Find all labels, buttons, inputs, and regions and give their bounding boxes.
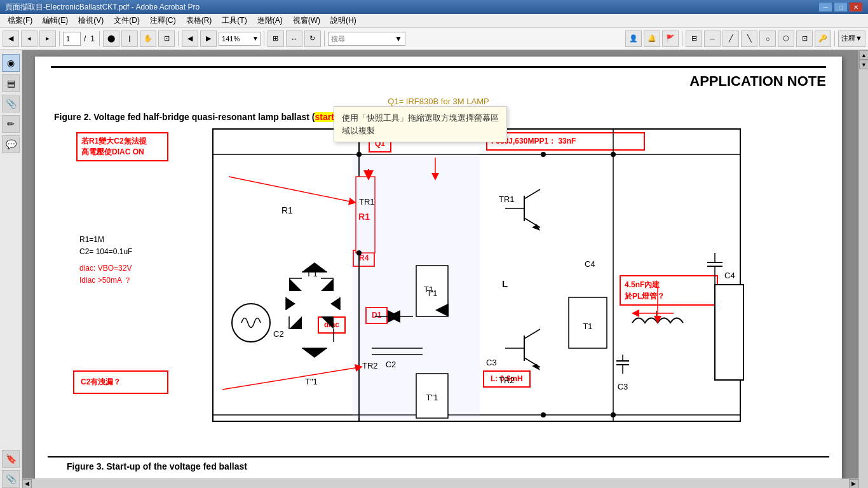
scrollbar-right[interactable]: ▲ ▼ bbox=[858, 50, 868, 488]
stamp-tool[interactable]: 👤 bbox=[625, 30, 642, 47]
fit-page[interactable]: ⊞ bbox=[268, 30, 284, 47]
svg-line-74 bbox=[222, 367, 359, 390]
r1-circuit-label: R1 bbox=[281, 205, 293, 215]
scrollbar-bottom[interactable]: ◀ ▶ bbox=[22, 478, 858, 488]
search-dropdown[interactable]: ▼ bbox=[395, 34, 402, 43]
sidebar-nav-icon[interactable]: ◉ bbox=[2, 54, 20, 72]
nav-prev[interactable]: ◂ bbox=[21, 30, 37, 47]
sep7 bbox=[834, 31, 835, 46]
menubar: 檔案(F) 編輯(E) 檢視(V) 文件(D) 注釋(C) 表格(R) 工具(T… bbox=[0, 14, 868, 28]
svg-point-70 bbox=[541, 412, 546, 417]
titlebar-controls: ─ □ ✕ bbox=[818, 2, 863, 12]
svg-point-68 bbox=[356, 250, 362, 255]
sep6 bbox=[682, 31, 682, 46]
sidebar-bottom1[interactable]: 🔖 bbox=[2, 450, 20, 468]
menu-progress[interactable]: 進階(A) bbox=[252, 14, 288, 27]
select-tool[interactable]: ⬤ bbox=[103, 30, 119, 47]
app-note-header: APPLICATION NOTE bbox=[689, 68, 826, 95]
tool6[interactable]: ⬡ bbox=[778, 30, 794, 47]
zoom-box: ▼ bbox=[219, 32, 261, 46]
svg-marker-4 bbox=[330, 297, 340, 310]
svg-line-41 bbox=[524, 329, 540, 339]
svg-point-67 bbox=[611, 412, 616, 417]
scroll-down-btn[interactable]: ▼ bbox=[859, 60, 868, 69]
sidebar-attach-icon[interactable]: 📎 bbox=[2, 95, 20, 112]
svg-text:TR2: TR2 bbox=[499, 376, 515, 385]
svg-point-1 bbox=[232, 304, 270, 342]
snapshot-tooltip: 使用「快照工具」拖縮選取方塊選擇螢幕區 域以複製 bbox=[334, 106, 507, 142]
zoom-input[interactable] bbox=[219, 35, 251, 43]
flag-tool[interactable]: 🚩 bbox=[662, 30, 679, 47]
tool2[interactable]: ─ bbox=[704, 30, 721, 47]
svg-text:C2: C2 bbox=[386, 360, 397, 369]
tool5[interactable]: ○ bbox=[759, 30, 776, 47]
figure3-caption: Figure 3. Start-up of the voltage fed ba… bbox=[48, 456, 829, 475]
svg-text:T1: T1 bbox=[583, 322, 592, 331]
sidebar-bottom2[interactable]: 📎 bbox=[2, 470, 20, 488]
zoom-out-nav[interactable]: ◀ bbox=[182, 30, 198, 47]
maximize-button[interactable]: □ bbox=[834, 2, 848, 12]
annotation-button[interactable]: 注釋▼ bbox=[838, 30, 865, 47]
svg-marker-12 bbox=[321, 278, 334, 291]
c3-label: C3 bbox=[486, 358, 497, 367]
c4-label: C4 bbox=[585, 259, 595, 269]
circuit-diagram: 若R1變大C2無法提 高電壓使DIAC ON Q1 F333J,630MPP1：… bbox=[54, 126, 823, 456]
menu-form[interactable]: 表格(R) bbox=[181, 14, 217, 27]
hand-tool[interactable]: ✋ bbox=[140, 30, 156, 47]
sidebar-edit-icon[interactable]: ✏ bbox=[2, 115, 20, 133]
menu-comment[interactable]: 注釋(C) bbox=[145, 14, 181, 27]
menu-help[interactable]: 說明(H) bbox=[325, 14, 362, 27]
fit-width[interactable]: ↔ bbox=[286, 30, 302, 47]
toolbar: ◀ ◂ ▸ / 1 ⬤ I ✋ ⊡ ◀ ▶ ▼ ⊞ ↔ ↻ ▼ 👤 🔔 🚩 ⊟ … bbox=[0, 28, 868, 50]
svg-marker-6 bbox=[302, 348, 327, 358]
svg-marker-10 bbox=[289, 278, 302, 291]
menu-edit[interactable]: 編輯(E) bbox=[37, 14, 73, 27]
tool8[interactable]: 🔑 bbox=[815, 30, 831, 47]
c2-circuit-label: C2 bbox=[273, 329, 284, 339]
tool1[interactable]: ⊟ bbox=[686, 30, 702, 47]
sep3 bbox=[178, 31, 179, 46]
note-tool[interactable]: 🔔 bbox=[644, 30, 660, 47]
menu-tools[interactable]: 工具(T) bbox=[217, 14, 252, 27]
text-tool[interactable]: I bbox=[121, 30, 138, 47]
search-input[interactable] bbox=[331, 35, 395, 43]
svg-text:T"1: T"1 bbox=[426, 393, 438, 402]
close-button[interactable]: ✕ bbox=[849, 2, 863, 12]
back-button[interactable]: ◀ bbox=[3, 30, 19, 47]
svg-marker-16 bbox=[321, 316, 334, 329]
left-sidebar: ◉ ▤ 📎 ✏ 💬 🔖 📎 bbox=[0, 50, 22, 488]
sidebar-page-icon[interactable]: ▤ bbox=[2, 74, 20, 92]
nav-next[interactable]: ▸ bbox=[39, 30, 56, 47]
menu-file[interactable]: 檔案(F) bbox=[3, 14, 37, 27]
tool7[interactable]: ⊡ bbox=[796, 30, 813, 47]
tool4[interactable]: ╲ bbox=[741, 30, 757, 47]
sep4 bbox=[264, 31, 264, 46]
page-total: 1 bbox=[89, 34, 96, 43]
menu-view[interactable]: 檢視(V) bbox=[73, 14, 109, 27]
zoom-in-nav[interactable]: ▶ bbox=[200, 30, 217, 47]
tool3[interactable]: ╱ bbox=[722, 30, 739, 47]
tr1-label: TR1 bbox=[359, 197, 375, 207]
minimize-button[interactable]: ─ bbox=[818, 2, 832, 12]
tooltip-line1: 使用「快照工具」拖縮選取方塊選擇螢幕區 bbox=[342, 113, 499, 123]
menu-doc[interactable]: 文件(D) bbox=[109, 14, 145, 27]
sidebar-comment-icon[interactable]: 💬 bbox=[2, 135, 20, 153]
rotate[interactable]: ↻ bbox=[304, 30, 321, 47]
scroll-left-btn[interactable]: ◀ bbox=[22, 479, 32, 489]
search-box: ▼ bbox=[328, 32, 405, 46]
svg-marker-14 bbox=[289, 316, 302, 329]
svg-line-71 bbox=[229, 177, 353, 202]
scroll-right-btn[interactable]: ▶ bbox=[849, 479, 858, 489]
menu-window[interactable]: 視窗(W) bbox=[288, 14, 325, 27]
svg-marker-37 bbox=[532, 224, 540, 231]
annotation-area: 👤 🔔 🚩 ⊟ ─ ╱ ╲ ○ ⬡ ⊡ 🔑 注釋▼ bbox=[625, 30, 865, 47]
snapshot-tool[interactable]: ⊡ bbox=[158, 30, 175, 47]
page-number-input[interactable] bbox=[63, 32, 81, 46]
sep2 bbox=[99, 31, 100, 46]
sep5 bbox=[324, 31, 325, 46]
zoom-dropdown[interactable]: ▼ bbox=[251, 35, 260, 42]
titlebar: 頁面擷取目-ElectronicBallastCKT.pdf - Adobe A… bbox=[0, 0, 868, 14]
svg-marker-8 bbox=[286, 297, 295, 310]
scroll-up-btn[interactable]: ▲ bbox=[859, 50, 868, 60]
svg-point-66 bbox=[611, 152, 616, 157]
